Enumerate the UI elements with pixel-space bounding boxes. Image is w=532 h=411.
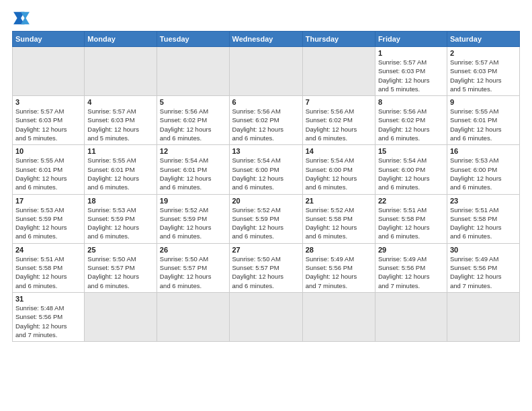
- calendar-cell: 5Sunrise: 5:56 AMSunset: 6:02 PMDaylight…: [157, 96, 229, 145]
- day-number: 5: [160, 98, 226, 106]
- calendar-cell: [157, 47, 229, 96]
- calendar-cell: 7Sunrise: 5:56 AMSunset: 6:02 PMDaylight…: [302, 96, 375, 145]
- calendar-cell: 14Sunrise: 5:54 AMSunset: 6:00 PMDayligh…: [302, 145, 375, 194]
- page: SundayMondayTuesdayWednesdayThursdayFrid…: [0, 0, 532, 411]
- day-info: Sunrise: 5:55 AMSunset: 6:01 PMDaylight:…: [87, 156, 153, 191]
- header: [12, 11, 520, 26]
- calendar-cell: 21Sunrise: 5:52 AMSunset: 5:58 PMDayligh…: [302, 194, 375, 243]
- day-number: 7: [306, 98, 372, 106]
- day-info: Sunrise: 5:55 AMSunset: 6:01 PMDaylight:…: [15, 156, 81, 191]
- weekday-monday: Monday: [85, 32, 157, 47]
- day-info: Sunrise: 5:53 AMSunset: 5:59 PMDaylight:…: [87, 205, 153, 241]
- day-number: 1: [378, 49, 444, 57]
- day-info: Sunrise: 5:54 AMSunset: 6:00 PMDaylight:…: [378, 156, 444, 191]
- weekday-wednesday: Wednesday: [229, 32, 302, 47]
- day-number: 9: [450, 98, 517, 106]
- calendar-cell: 29Sunrise: 5:49 AMSunset: 5:56 PMDayligh…: [375, 243, 447, 292]
- day-info: Sunrise: 5:57 AMSunset: 6:03 PMDaylight:…: [378, 58, 444, 93]
- week-row-5: 31Sunrise: 5:48 AMSunset: 5:56 PMDayligh…: [13, 292, 520, 341]
- day-info: Sunrise: 5:56 AMSunset: 6:02 PMDaylight:…: [160, 107, 226, 142]
- calendar-cell: 16Sunrise: 5:53 AMSunset: 6:00 PMDayligh…: [447, 145, 519, 194]
- day-info: Sunrise: 5:52 AMSunset: 5:58 PMDaylight:…: [306, 205, 372, 241]
- day-number: 25: [87, 246, 153, 254]
- calendar-cell: 26Sunrise: 5:50 AMSunset: 5:57 PMDayligh…: [157, 243, 229, 292]
- day-info: Sunrise: 5:49 AMSunset: 5:56 PMDaylight:…: [450, 255, 517, 290]
- calendar-cell: 22Sunrise: 5:51 AMSunset: 5:58 PMDayligh…: [375, 194, 447, 243]
- calendar-cell: [229, 292, 302, 341]
- day-number: 24: [15, 246, 81, 254]
- calendar-cell: 31Sunrise: 5:48 AMSunset: 5:56 PMDayligh…: [13, 292, 85, 341]
- day-number: 31: [15, 295, 81, 303]
- calendar-cell: 11Sunrise: 5:55 AMSunset: 6:01 PMDayligh…: [85, 145, 157, 194]
- calendar-cell: 18Sunrise: 5:53 AMSunset: 5:59 PMDayligh…: [85, 194, 157, 243]
- day-info: Sunrise: 5:50 AMSunset: 5:57 PMDaylight:…: [160, 255, 226, 290]
- calendar-cell: 4Sunrise: 5:57 AMSunset: 6:03 PMDaylight…: [85, 96, 157, 145]
- day-number: 12: [160, 147, 226, 155]
- logo-area: [12, 11, 34, 26]
- day-number: 11: [87, 147, 153, 155]
- week-row-2: 10Sunrise: 5:55 AMSunset: 6:01 PMDayligh…: [13, 145, 520, 194]
- day-info: Sunrise: 5:51 AMSunset: 5:58 PMDaylight:…: [450, 205, 517, 241]
- calendar-cell: 20Sunrise: 5:52 AMSunset: 5:59 PMDayligh…: [229, 194, 302, 243]
- calendar-cell: [302, 47, 375, 96]
- calendar-cell: 25Sunrise: 5:50 AMSunset: 5:57 PMDayligh…: [85, 243, 157, 292]
- calendar-table: SundayMondayTuesdayWednesdayThursdayFrid…: [12, 31, 520, 342]
- day-number: 19: [160, 197, 226, 205]
- calendar-cell: 24Sunrise: 5:51 AMSunset: 5:58 PMDayligh…: [13, 243, 85, 292]
- calendar-header: SundayMondayTuesdayWednesdayThursdayFrid…: [13, 32, 520, 47]
- day-number: 22: [378, 197, 444, 205]
- calendar-cell: [302, 292, 375, 341]
- day-info: Sunrise: 5:54 AMSunset: 6:00 PMDaylight:…: [306, 156, 372, 191]
- calendar-cell: 8Sunrise: 5:56 AMSunset: 6:02 PMDaylight…: [375, 96, 447, 145]
- day-info: Sunrise: 5:56 AMSunset: 6:02 PMDaylight:…: [306, 107, 372, 142]
- day-info: Sunrise: 5:55 AMSunset: 6:01 PMDaylight:…: [450, 107, 517, 142]
- calendar-cell: 17Sunrise: 5:53 AMSunset: 5:59 PMDayligh…: [13, 194, 85, 243]
- day-info: Sunrise: 5:56 AMSunset: 6:02 PMDaylight:…: [378, 107, 444, 142]
- day-info: Sunrise: 5:53 AMSunset: 5:59 PMDaylight:…: [15, 205, 81, 241]
- day-number: 13: [232, 147, 300, 155]
- calendar-cell: 1Sunrise: 5:57 AMSunset: 6:03 PMDaylight…: [375, 47, 447, 96]
- weekday-header-row: SundayMondayTuesdayWednesdayThursdayFrid…: [13, 32, 520, 47]
- day-number: 20: [232, 197, 300, 205]
- day-number: 18: [87, 197, 153, 205]
- calendar-cell: [85, 47, 157, 96]
- day-number: 6: [232, 98, 300, 106]
- day-number: 29: [378, 246, 444, 254]
- calendar-cell: 12Sunrise: 5:54 AMSunset: 6:01 PMDayligh…: [157, 145, 229, 194]
- day-number: 10: [15, 147, 81, 155]
- day-number: 14: [306, 147, 372, 155]
- calendar-cell: 13Sunrise: 5:54 AMSunset: 6:00 PMDayligh…: [229, 145, 302, 194]
- logo: [12, 11, 34, 26]
- day-info: Sunrise: 5:53 AMSunset: 6:00 PMDaylight:…: [450, 156, 517, 191]
- calendar-cell: 19Sunrise: 5:52 AMSunset: 5:59 PMDayligh…: [157, 194, 229, 243]
- calendar-cell: 2Sunrise: 5:57 AMSunset: 6:03 PMDaylight…: [447, 47, 519, 96]
- day-info: Sunrise: 5:56 AMSunset: 6:02 PMDaylight:…: [232, 107, 300, 142]
- day-info: Sunrise: 5:57 AMSunset: 6:03 PMDaylight:…: [15, 107, 81, 142]
- day-number: 26: [160, 246, 226, 254]
- weekday-tuesday: Tuesday: [157, 32, 229, 47]
- weekday-thursday: Thursday: [302, 32, 375, 47]
- weekday-saturday: Saturday: [447, 32, 519, 47]
- week-row-3: 17Sunrise: 5:53 AMSunset: 5:59 PMDayligh…: [13, 194, 520, 243]
- day-info: Sunrise: 5:49 AMSunset: 5:56 PMDaylight:…: [378, 255, 444, 290]
- day-info: Sunrise: 5:52 AMSunset: 5:59 PMDaylight:…: [160, 205, 226, 241]
- day-info: Sunrise: 5:52 AMSunset: 5:59 PMDaylight:…: [232, 205, 300, 241]
- day-info: Sunrise: 5:50 AMSunset: 5:57 PMDaylight:…: [232, 255, 300, 290]
- weekday-friday: Friday: [375, 32, 447, 47]
- day-number: 30: [450, 246, 517, 254]
- calendar-cell: 9Sunrise: 5:55 AMSunset: 6:01 PMDaylight…: [447, 96, 519, 145]
- day-number: 16: [450, 147, 517, 155]
- day-info: Sunrise: 5:51 AMSunset: 5:58 PMDaylight:…: [378, 205, 444, 241]
- calendar-cell: [229, 47, 302, 96]
- calendar-cell: 3Sunrise: 5:57 AMSunset: 6:03 PMDaylight…: [13, 96, 85, 145]
- day-number: 28: [306, 246, 372, 254]
- week-row-1: 3Sunrise: 5:57 AMSunset: 6:03 PMDaylight…: [13, 96, 520, 145]
- day-number: 8: [378, 98, 444, 106]
- calendar-cell: [447, 292, 519, 341]
- day-info: Sunrise: 5:51 AMSunset: 5:58 PMDaylight:…: [15, 255, 81, 290]
- day-number: 17: [15, 197, 81, 205]
- calendar-cell: [13, 47, 85, 96]
- day-info: Sunrise: 5:57 AMSunset: 6:03 PMDaylight:…: [87, 107, 153, 142]
- day-number: 23: [450, 197, 517, 205]
- calendar-cell: 30Sunrise: 5:49 AMSunset: 5:56 PMDayligh…: [447, 243, 519, 292]
